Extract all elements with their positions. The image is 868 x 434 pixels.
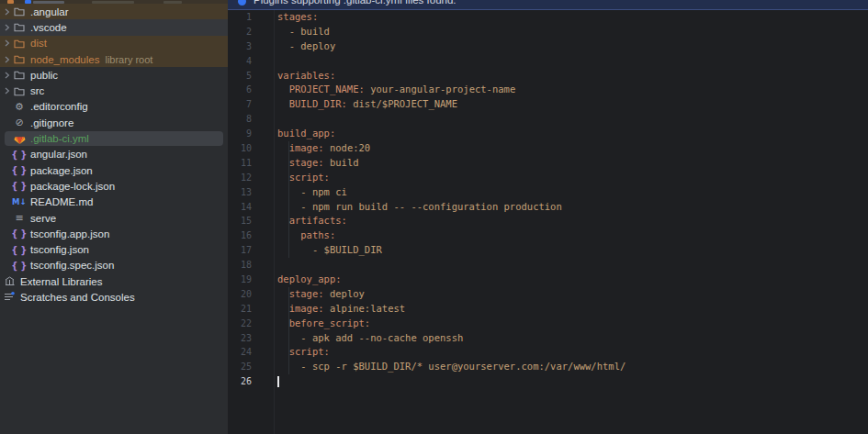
code-line[interactable]: paths: bbox=[277, 228, 626, 243]
yaml-key: stages: bbox=[277, 11, 318, 22]
code-line[interactable]: image: alpine:latest bbox=[277, 302, 626, 317]
tree-item-external-libraries[interactable]: External Libraries bbox=[0, 273, 228, 289]
scratches-icon bbox=[3, 292, 16, 302]
tree-item-dist[interactable]: dist bbox=[0, 36, 228, 51]
chevron-right-icon[interactable] bbox=[3, 39, 11, 47]
tree-item-gitlab-ci-yml[interactable]: .gitlab-ci.yml bbox=[0, 130, 228, 146]
line-number[interactable]: 24 bbox=[228, 345, 252, 360]
line-number[interactable]: 23 bbox=[228, 331, 252, 346]
tree-item-label: tsconfig.json bbox=[30, 244, 89, 255]
yaml-value: deploy bbox=[324, 288, 365, 299]
line-number[interactable]: 18 bbox=[228, 258, 252, 273]
yaml-key: stage: bbox=[289, 288, 324, 299]
code-line[interactable]: stage: deploy bbox=[277, 287, 626, 302]
line-number[interactable]: 22 bbox=[228, 317, 252, 331]
code-area[interactable]: stages: - build - deployvariables: PROJE… bbox=[277, 10, 626, 389]
folder-icon bbox=[13, 6, 26, 17]
line-number[interactable]: 8 bbox=[228, 112, 252, 127]
code-line[interactable]: PROJECT_NAME: your-angular-project-name bbox=[277, 83, 626, 97]
tree-item-public[interactable]: public bbox=[0, 67, 228, 83]
code-line[interactable]: variables: bbox=[277, 69, 626, 83]
code-line[interactable]: - scp -r $BUILD_DIR/* user@yourserver.co… bbox=[277, 360, 626, 374]
code-line[interactable]: - npm ci bbox=[277, 185, 626, 200]
project-tree: .angular .vscode dist node_modules libra… bbox=[0, 4, 228, 306]
code-line[interactable]: script: bbox=[277, 171, 626, 185]
braces-icon: { } bbox=[13, 165, 26, 175]
line-number[interactable]: 3 bbox=[228, 39, 252, 54]
tree-item-suffix: library root bbox=[105, 54, 152, 65]
tree-item-label: README.md bbox=[30, 196, 93, 207]
code-line[interactable] bbox=[277, 258, 626, 273]
line-number[interactable]: 7 bbox=[228, 97, 252, 112]
yaml-value: - npm ci bbox=[277, 186, 347, 197]
code-line[interactable]: before_script: bbox=[277, 317, 626, 331]
tree-item-angular-json[interactable]: { } angular.json bbox=[0, 147, 228, 162]
line-number[interactable]: 26 bbox=[228, 374, 252, 389]
tree-item-editorconfig[interactable]: ⚙ .editorconfig bbox=[0, 99, 228, 115]
braces-icon: { } bbox=[13, 150, 26, 160]
tree-item-serve[interactable]: ≡ serve bbox=[0, 210, 228, 226]
tree-item-angular[interactable]: .angular bbox=[0, 4, 228, 19]
line-number[interactable]: 12 bbox=[228, 171, 252, 185]
chevron-right-icon[interactable] bbox=[3, 72, 11, 79]
chevron-right-icon[interactable] bbox=[3, 24, 11, 31]
tree-item-readme-md[interactable]: M↓ README.md bbox=[0, 195, 228, 210]
code-line[interactable] bbox=[277, 54, 626, 69]
tree-item-label: public bbox=[30, 70, 58, 81]
line-number[interactable]: 10 bbox=[228, 141, 252, 156]
line-number[interactable]: 21 bbox=[228, 302, 252, 317]
tree-item-vscode[interactable]: .vscode bbox=[0, 19, 228, 35]
line-number[interactable]: 6 bbox=[228, 83, 252, 97]
code-line[interactable]: script: bbox=[277, 345, 626, 360]
code-line[interactable]: build_app: bbox=[277, 127, 626, 141]
line-number[interactable]: 11 bbox=[228, 156, 252, 171]
line-number[interactable]: 1 bbox=[228, 10, 252, 25]
editor-gutter[interactable]: 1234567891011121314151617181920212223242… bbox=[228, 10, 274, 389]
line-number[interactable]: 4 bbox=[228, 54, 252, 69]
chevron-right-icon[interactable] bbox=[3, 87, 11, 95]
line-number[interactable]: 19 bbox=[228, 273, 252, 287]
chevron-right-icon[interactable] bbox=[3, 8, 11, 16]
tree-item-gitignore[interactable]: ⊘ .gitignore bbox=[0, 115, 228, 130]
tree-item-package-json[interactable]: { } package.json bbox=[0, 162, 228, 178]
code-line[interactable]: - $BUILD_DIR bbox=[277, 243, 626, 258]
code-line[interactable] bbox=[277, 112, 626, 127]
code-line[interactable]: - apk add --no-cache openssh bbox=[277, 331, 626, 346]
line-number[interactable]: 20 bbox=[228, 287, 252, 302]
line-number[interactable]: 5 bbox=[228, 69, 252, 83]
folder-icon bbox=[13, 39, 26, 49]
code-line[interactable]: - deploy bbox=[277, 39, 626, 54]
line-number[interactable]: 25 bbox=[228, 360, 252, 374]
line-number[interactable]: 14 bbox=[228, 200, 252, 215]
line-number[interactable]: 13 bbox=[228, 185, 252, 200]
yaml-key: script: bbox=[289, 172, 330, 183]
tree-item-package-lock-json[interactable]: { } package-lock.json bbox=[0, 178, 228, 194]
line-number[interactable]: 17 bbox=[228, 243, 252, 258]
code-line[interactable]: - npm run build -- --configuration produ… bbox=[277, 200, 626, 215]
tree-item-scratches-and-consoles[interactable]: Scratches and Consoles bbox=[0, 289, 228, 305]
code-line[interactable]: image: node:20 bbox=[277, 141, 626, 156]
yaml-value: - deploy bbox=[277, 40, 335, 51]
tree-item-node-modules[interactable]: node_modules library root bbox=[0, 51, 228, 67]
code-line[interactable]: - build bbox=[277, 25, 626, 39]
code-line[interactable] bbox=[277, 374, 626, 389]
gear-icon: ⚙ bbox=[13, 101, 26, 113]
line-number[interactable]: 16 bbox=[228, 228, 252, 243]
code-line[interactable]: stages: bbox=[277, 10, 626, 25]
code-line[interactable]: deploy_app: bbox=[277, 273, 626, 287]
line-number[interactable]: 2 bbox=[228, 25, 252, 39]
code-line[interactable]: BUILD_DIR: dist/$PROJECT_NAME bbox=[277, 97, 626, 112]
tree-item-label: package-lock.json bbox=[30, 181, 115, 192]
tree-item-tsconfig-app-json[interactable]: { } tsconfig.app.json bbox=[0, 226, 228, 241]
ignore-icon: ⊘ bbox=[13, 117, 26, 128]
chevron-right-icon[interactable] bbox=[3, 56, 11, 63]
editor-panel[interactable]: Plugins supporting .gitlab-ci.yml files … bbox=[228, 0, 868, 434]
line-number[interactable]: 9 bbox=[228, 127, 252, 141]
tree-item-tsconfig-spec-json[interactable]: { } tsconfig.spec.json bbox=[0, 258, 228, 273]
code-line[interactable]: stage: build bbox=[277, 156, 626, 171]
banner-message: Plugins supporting .gitlab-ci.yml files … bbox=[254, 0, 457, 6]
line-number[interactable]: 15 bbox=[228, 214, 252, 228]
tree-item-src[interactable]: src bbox=[0, 83, 228, 98]
code-line[interactable]: artifacts: bbox=[277, 214, 626, 228]
tree-item-tsconfig-json[interactable]: { } tsconfig.json bbox=[0, 241, 228, 257]
